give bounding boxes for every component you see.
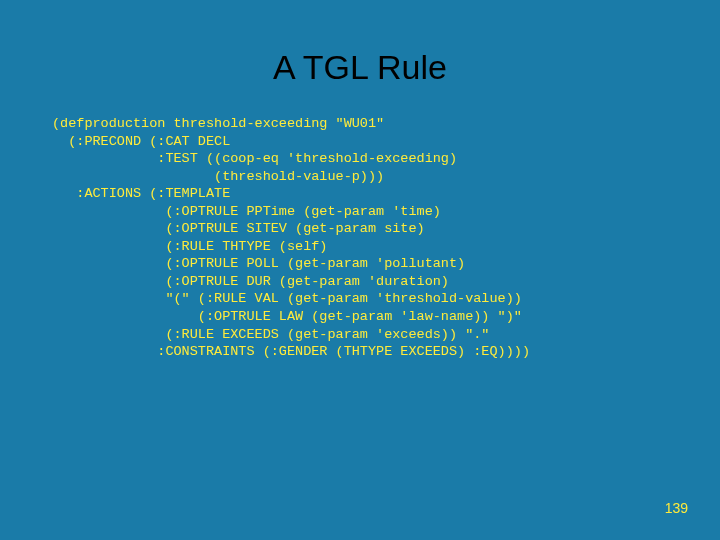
slide-title: A TGL Rule [0,0,720,115]
code-block: (defproduction threshold-exceeding "WU01… [0,115,720,361]
page-number: 139 [665,500,688,516]
